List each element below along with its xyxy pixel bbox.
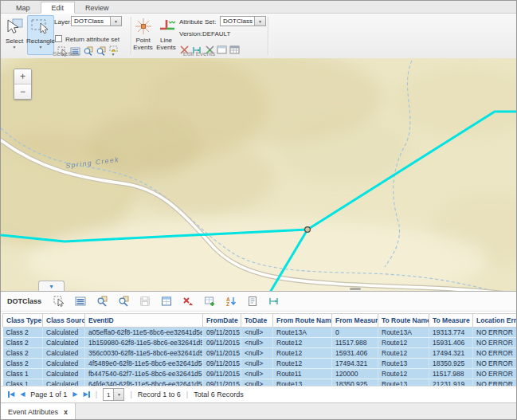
- column-header[interactable]: FromDate: [203, 314, 241, 328]
- table-cell[interactable]: 0: [332, 328, 378, 338]
- panel-collapse-button[interactable]: ▼: [38, 281, 65, 291]
- close-icon[interactable]: x: [64, 408, 68, 416]
- point-events-button[interactable]: Point Events: [131, 15, 155, 55]
- table-cell[interactable]: 17494.321: [429, 348, 473, 359]
- table-cell[interactable]: NO ERROR: [473, 348, 517, 359]
- table-cell[interactable]: <null>: [241, 328, 273, 338]
- table-cell[interactable]: 09/11/2015: [203, 338, 241, 348]
- table-cell[interactable]: 11517.988: [332, 338, 378, 348]
- table-cell[interactable]: Route13: [378, 379, 429, 387]
- rectangle-tool-button[interactable]: Rectangle ▼: [27, 15, 54, 55]
- chevron-down-icon[interactable]: ▼: [113, 389, 123, 400]
- table-cell[interactable]: Class 2: [3, 338, 43, 348]
- table-row[interactable]: Class 2Calculated1b159980-62f8-11e5-8bc6…: [3, 338, 517, 348]
- table-cell[interactable]: a05effa0-62f8-11e5-8bc6-ee32641d5ec9: [85, 328, 203, 338]
- table-cell[interactable]: <null>: [241, 348, 273, 359]
- table-cell[interactable]: Route12: [273, 338, 332, 348]
- table-cell[interactable]: Route13A: [273, 328, 332, 338]
- layer-dropdown[interactable]: DOTClass ▼: [71, 16, 122, 26]
- table-cell[interactable]: Route12: [273, 348, 332, 359]
- table-cell[interactable]: 21231.919: [429, 379, 473, 387]
- table-cell[interactable]: Calculated: [43, 379, 85, 387]
- column-header[interactable]: Class Type: [3, 314, 43, 328]
- table-cell[interactable]: Route12: [378, 348, 429, 359]
- table-cell[interactable]: 1b159980-62f8-11e5-8bc6-ee32641d5ec9: [85, 338, 203, 348]
- table-cell[interactable]: Calculated: [43, 338, 85, 348]
- table-cell[interactable]: 09/11/2015: [203, 348, 241, 359]
- next-page-button[interactable]: ▶: [72, 391, 77, 398]
- page-select-dropdown[interactable]: 1 ▼: [103, 388, 124, 401]
- table-cell[interactable]: Calculated: [43, 348, 85, 359]
- table-cell[interactable]: 64fde340-62f8-11e5-8bc6-ee32641d5ec9: [85, 379, 203, 387]
- show-records-icon[interactable]: [72, 294, 88, 308]
- attribute-set-dropdown[interactable]: DOTClass ▼: [220, 16, 266, 26]
- table-cell[interactable]: 17494.321: [332, 359, 378, 369]
- table-cell[interactable]: 356c0030-62f8-11e5-8bc6-ee32641d5ec9: [85, 348, 203, 359]
- pan-to-selection-icon[interactable]: [116, 294, 131, 308]
- add-record-icon[interactable]: [202, 294, 217, 308]
- column-header[interactable]: To Measure: [429, 314, 473, 328]
- table-cell[interactable]: NO ERROR: [473, 369, 517, 379]
- table-cell[interactable]: NO ERROR: [473, 338, 517, 348]
- table-cell[interactable]: <null>: [241, 359, 273, 369]
- table-row[interactable]: Class 2Calculated4f5489e0-62f8-11e5-8bc6…: [3, 359, 517, 369]
- select-features-icon[interactable]: [51, 294, 66, 308]
- table-cell[interactable]: Route12: [273, 359, 332, 369]
- table-cell[interactable]: Route12: [378, 369, 429, 379]
- table-cell[interactable]: Class 2: [3, 359, 43, 369]
- column-header[interactable]: From Measure: [332, 314, 378, 328]
- table-cell[interactable]: Route11: [273, 369, 332, 379]
- table-cell[interactable]: NO ERROR: [473, 328, 517, 338]
- tab-edit[interactable]: Edit: [41, 2, 76, 14]
- select-all-records-icon[interactable]: [159, 294, 174, 308]
- map-resize-handle[interactable]: [350, 288, 361, 290]
- map-canvas[interactable]: Spring Creek + − ▼: [1, 58, 517, 291]
- table-cell[interactable]: 19313.774: [429, 328, 473, 338]
- chevron-down-icon[interactable]: ▼: [254, 17, 265, 26]
- column-header[interactable]: From Route Name: [273, 314, 332, 328]
- table-cell[interactable]: Route13A: [378, 328, 429, 338]
- table-row[interactable]: Class 2Calculated356c0030-62f8-11e5-8bc6…: [3, 348, 517, 359]
- table-cell[interactable]: NO ERROR: [473, 359, 517, 369]
- column-header[interactable]: To Route Name: [378, 314, 429, 328]
- column-header[interactable]: EventID: [85, 314, 203, 328]
- table-row[interactable]: Class 1Calculated64fde340-62f8-11e5-8bc6…: [3, 379, 517, 387]
- last-page-button[interactable]: ▶: [84, 391, 90, 398]
- column-header[interactable]: ToDate: [241, 314, 273, 328]
- table-cell[interactable]: 18350.925: [332, 379, 378, 387]
- line-events-button[interactable]: Line Events: [155, 15, 178, 55]
- column-header[interactable]: Class Source: [43, 314, 85, 328]
- table-cell[interactable]: 09/11/2015: [203, 328, 241, 338]
- table-cell[interactable]: Route13: [273, 379, 332, 387]
- first-page-button[interactable]: ◀: [8, 391, 14, 398]
- table-cell[interactable]: <null>: [241, 379, 273, 387]
- column-header[interactable]: Location Error: [473, 314, 517, 328]
- table-cell[interactable]: <null>: [241, 369, 273, 379]
- table-cell[interactable]: 09/11/2015: [203, 359, 241, 369]
- table-cell[interactable]: 18350.925: [429, 359, 473, 369]
- table-cell[interactable]: 09/11/2015: [203, 379, 241, 387]
- table-cell[interactable]: 4f5489e0-62f8-11e5-8bc6-ee32641d5ec9: [85, 359, 203, 369]
- tab-map[interactable]: Map: [6, 2, 41, 13]
- table-cell[interactable]: Calculated: [43, 369, 85, 379]
- select-tool-button[interactable]: Select ▼: [2, 15, 26, 55]
- table-cell[interactable]: Class 1: [3, 379, 43, 387]
- table-cell[interactable]: 09/11/2015: [203, 369, 241, 379]
- table-cell[interactable]: 120000: [332, 369, 378, 379]
- table-cell[interactable]: 11517.988: [429, 369, 473, 379]
- return-attribute-set-checkbox[interactable]: [55, 35, 62, 42]
- table-cell[interactable]: <null>: [241, 338, 273, 348]
- table-cell[interactable]: Calculated: [43, 328, 85, 338]
- tab-event-attributes[interactable]: Event Attributes x: [1, 403, 76, 420]
- table-row[interactable]: Class 2Calculateda05effa0-62f8-11e5-8bc6…: [3, 328, 517, 338]
- table-cell[interactable]: 15931.406: [429, 338, 473, 348]
- table-cell[interactable]: Class 2: [3, 348, 43, 359]
- zoom-in-button[interactable]: +: [14, 69, 31, 84]
- table-row[interactable]: Class 1Calculatedfb447540-62f7-11e5-8bc6…: [3, 369, 517, 379]
- delete-record-icon[interactable]: [180, 294, 195, 308]
- route-vertex-marker[interactable]: [305, 227, 311, 233]
- zoom-out-button[interactable]: −: [14, 84, 31, 99]
- chevron-down-icon[interactable]: ▼: [110, 17, 121, 26]
- previous-page-button[interactable]: ◀: [20, 391, 25, 398]
- table-cell[interactable]: Class 2: [3, 328, 43, 338]
